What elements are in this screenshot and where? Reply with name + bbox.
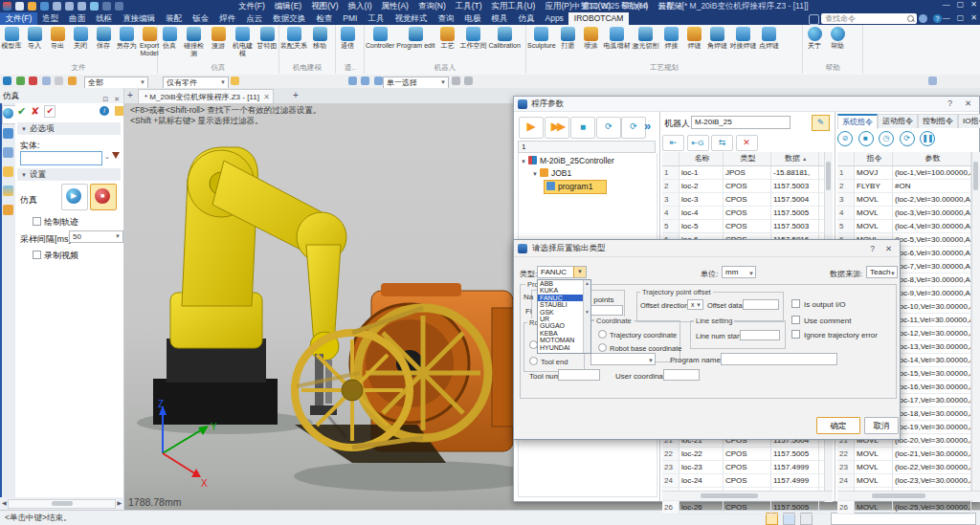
ribbon-tab[interactable]: 电极 xyxy=(459,12,486,25)
location-row[interactable]: 26 loc-26 CPOS 1157.5005 xyxy=(662,501,827,514)
ribbon-button[interactable]: 通信 xyxy=(336,27,359,50)
location-row[interactable]: 2 loc-2 CPOS 1157.5003 xyxy=(662,180,827,193)
customize-toolbar-icon[interactable] xyxy=(102,2,111,11)
ribbon-button[interactable]: 漫游 xyxy=(207,27,230,50)
doc-page-icon[interactable] xyxy=(115,106,123,116)
flag-icon[interactable] xyxy=(464,77,473,85)
ribbon-tab[interactable]: 曲面 xyxy=(64,12,91,25)
settings-section-header[interactable]: ▼设置 xyxy=(17,168,121,181)
instruction-tab[interactable]: IO指令 xyxy=(958,114,980,128)
instruction-row[interactable]: 4 MOVL (loc-3,Vel=30.00000,Acc=40.0 xyxy=(837,207,973,220)
filter-refresh-icon[interactable] xyxy=(231,77,239,85)
offset-data-input[interactable] xyxy=(743,299,779,310)
filter-type-icon-3[interactable] xyxy=(374,77,383,85)
ignore-trajectory-error-checkbox[interactable]: Ignore trajectory error xyxy=(791,330,878,339)
instructions-hscrollbar[interactable] xyxy=(837,491,980,500)
add-tab-button[interactable]: + xyxy=(293,90,299,100)
loop-continuous-button[interactable]: ⟳ xyxy=(621,117,646,139)
ribbon-tab[interactable]: Apps xyxy=(540,12,568,25)
ribbon-tab[interactable]: 检查 xyxy=(311,12,338,25)
instruction-row[interactable]: 23 MOVL (loc-22,Vel=30.00000,Acc=40. xyxy=(837,461,973,474)
chart-icon[interactable] xyxy=(68,77,77,85)
menu-item[interactable]: 应用(P) xyxy=(540,1,576,12)
ribbon-tab[interactable]: 数据交换 xyxy=(268,12,311,25)
ribbon-tab[interactable]: 视觉样式 xyxy=(390,12,433,25)
ribbon-tab[interactable]: 直接编辑 xyxy=(118,12,161,25)
panel-tab-simulation-icon[interactable] xyxy=(3,108,13,119)
search-icon[interactable] xyxy=(907,15,914,22)
ribbon-button[interactable]: 碰撞检测 xyxy=(181,27,207,56)
ribbon-button[interactable]: 打磨 xyxy=(557,27,580,50)
location-row[interactable]: 5 loc-5 CPOS 1157.5003 xyxy=(662,220,827,233)
instruction-row[interactable]: 2 FLYBY #ON xyxy=(837,180,973,193)
document-tab-close-icon[interactable]: ✕ xyxy=(263,90,270,104)
stop-instruction-icon[interactable]: ■ xyxy=(858,131,874,146)
type-option[interactable]: KEBA xyxy=(538,330,584,337)
ribbon-tab[interactable]: 工具 xyxy=(363,12,390,25)
type-option[interactable]: HYUNDAI xyxy=(538,344,584,351)
apply-options-icon[interactable]: ✔ xyxy=(44,105,56,118)
cancel-icon[interactable]: ✘ xyxy=(31,105,39,118)
new-file-icon[interactable] xyxy=(15,2,24,11)
new-document-button[interactable]: + xyxy=(127,90,133,100)
type-option[interactable]: ABB xyxy=(538,280,584,287)
replace-location-icon[interactable]: ⇆ xyxy=(711,135,733,151)
menu-item[interactable]: 工具(T) xyxy=(451,1,487,12)
box-select-icon[interactable] xyxy=(42,77,51,85)
unit-dropdown[interactable]: mm▼ xyxy=(722,266,756,278)
instruction-row[interactable]: 3 MOVL (loc-2,Vel=30.00000,Acc=40.0 xyxy=(837,193,973,207)
location-row[interactable]: 24 loc-24 CPOS 1157.4999 xyxy=(662,474,827,488)
instructions-vscrollbar[interactable] xyxy=(971,152,980,502)
ribbon-button[interactable]: 焊接 xyxy=(660,27,683,50)
type-option[interactable]: UR xyxy=(538,316,584,322)
ribbon-button[interactable]: 电弧增材 xyxy=(603,27,632,50)
robot-base-coordinate-radio[interactable]: Robot base coordinate xyxy=(598,343,681,353)
sample-interval-dropdown[interactable]: 50▼ xyxy=(69,230,123,243)
filter-type-icon-2[interactable] xyxy=(361,77,369,85)
save-icon[interactable] xyxy=(40,2,49,11)
line-num-start-input[interactable] xyxy=(740,330,780,340)
edit-robot-icon[interactable]: ✎ xyxy=(812,115,830,131)
delete-location-icon[interactable]: ✕ xyxy=(736,135,758,151)
timer-instruction-icon[interactable]: ◷ xyxy=(879,131,894,146)
ribbon-button[interactable]: 保存 xyxy=(92,27,115,50)
ribbon-tab[interactable]: 线框 xyxy=(91,12,118,25)
app-logo-icon[interactable] xyxy=(3,2,11,11)
help-icon[interactable]: ? xyxy=(933,14,942,23)
minimize-button[interactable]: — xyxy=(943,0,950,9)
ribbon-button[interactable]: 装配关系 xyxy=(279,27,308,50)
program-window-close-icon[interactable]: ✕ xyxy=(965,97,971,111)
instruction-tab[interactable]: 系统指令 xyxy=(837,114,878,129)
record-video-checkbox[interactable]: 录制视频 xyxy=(33,250,78,262)
panel-tab-view-icon[interactable] xyxy=(3,186,13,196)
dialog-close-icon[interactable]: ✕ xyxy=(885,241,892,257)
ribbon-button[interactable]: 焊缝 xyxy=(683,27,706,50)
location-row[interactable]: 1 loc-1 JPOS -15.88181, xyxy=(662,166,827,180)
ribbon-tab[interactable]: PMI xyxy=(338,12,363,25)
pause-instruction-icon[interactable]: ❚❚ xyxy=(920,131,935,146)
location-row[interactable]: 4 loc-4 CPOS 1157.5005 xyxy=(662,207,827,220)
type-option[interactable]: GSK xyxy=(538,309,584,316)
tool-end-radio[interactable]: Tool end xyxy=(529,357,568,366)
loop-once-button[interactable]: ⟳ xyxy=(596,117,621,139)
filter-extra-icon[interactable] xyxy=(928,77,937,85)
locations-table-header[interactable]: 名称 类型 数据 ▲ xyxy=(662,152,827,166)
lasso-select-icon[interactable] xyxy=(55,77,63,85)
is-output-io-checkbox[interactable]: Is output I/O xyxy=(791,299,846,309)
panel-tab-role-icon[interactable] xyxy=(3,205,13,215)
robot-name-input[interactable]: M-20iB_25 xyxy=(691,116,791,129)
redo-icon[interactable] xyxy=(78,2,86,11)
ribbon-button[interactable]: 角焊缝 xyxy=(706,27,729,50)
ribbon-button[interactable]: 模型库 xyxy=(0,27,23,50)
ribbon-button[interactable]: 点焊缝 xyxy=(758,27,781,50)
menu-item[interactable]: 实用工具(U) xyxy=(487,1,541,12)
type-dropdown[interactable]: FANUC ▼ xyxy=(537,266,587,278)
ribbon-tab[interactable]: IROBOTCAM xyxy=(568,12,628,25)
open-file-icon[interactable] xyxy=(28,2,36,11)
instruction-tab[interactable]: 控制指令 xyxy=(918,114,958,128)
stop-program-button[interactable]: ■ xyxy=(570,117,595,139)
scroll-left-icon[interactable]: ◀ xyxy=(2,499,7,508)
type-options-scrollbar[interactable]: ▲▼ xyxy=(583,280,590,353)
menu-item[interactable]: 插入(I) xyxy=(344,1,377,12)
use-comment-checkbox[interactable]: Use comment xyxy=(791,316,851,325)
